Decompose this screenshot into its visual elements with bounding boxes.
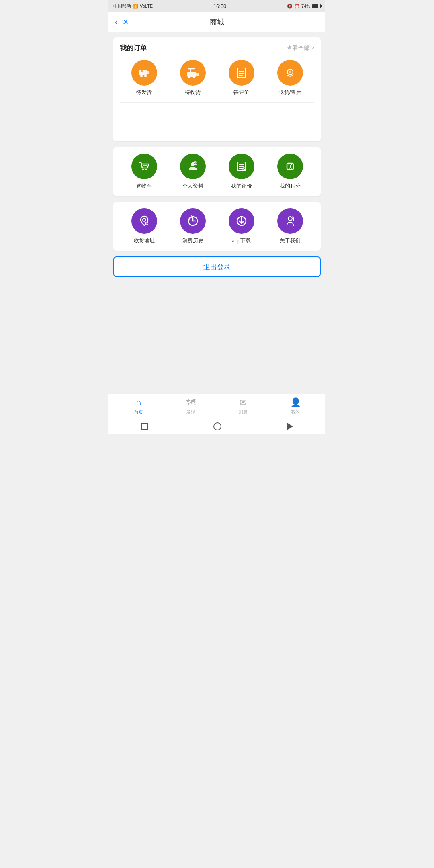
svg-point-5 <box>188 76 190 78</box>
address-label: 收货地址 <box>134 237 155 244</box>
alarm-icon: ⏰ <box>294 4 300 9</box>
svg-point-2 <box>144 75 147 77</box>
nav-bar: ‹ ✕ 商城 <box>108 12 326 32</box>
quick-cart[interactable]: 购物车 <box>120 154 168 190</box>
quick-profile[interactable]: 个人资料 <box>168 154 217 190</box>
review-label: 我的评价 <box>231 182 252 190</box>
discover-icon: 🗺 <box>186 397 195 408</box>
mute-icon: 🔕 <box>287 4 293 9</box>
app-download-label: app下载 <box>232 237 251 244</box>
services-grid: 收货地址 消费历史 <box>120 208 314 244</box>
android-back-button[interactable] <box>287 422 293 430</box>
profile-icon <box>180 154 206 179</box>
svg-point-12 <box>289 71 291 73</box>
order-item-pending-receive[interactable]: 待收货 <box>168 60 217 96</box>
svg-point-14 <box>145 169 147 170</box>
service-address[interactable]: 收货地址 <box>120 208 168 244</box>
svg-point-1 <box>140 75 143 77</box>
app-download-icon <box>229 208 254 234</box>
svg-point-13 <box>142 169 144 170</box>
status-right: 🔕 ⏰ 74% <box>287 4 321 9</box>
volte-text: VoLTE <box>140 4 153 8</box>
home-icon: ⌂ <box>136 397 141 408</box>
tab-home[interactable]: ⌂ 首页 <box>113 397 165 415</box>
orders-empty-area <box>120 103 314 135</box>
points-label: 我的积分 <box>280 182 301 190</box>
tab-bar: ⌂ 首页 🗺 发现 ✉ 消息 👤 我的 <box>108 394 326 418</box>
pending-receive-label: 待收货 <box>185 89 201 96</box>
profile-label: 个人资料 <box>182 182 203 190</box>
back-button[interactable]: ‹ <box>115 17 118 27</box>
view-all-button[interactable]: 查看全部 > <box>287 45 314 52</box>
mine-icon: 👤 <box>290 397 301 408</box>
close-button[interactable]: ✕ <box>123 18 129 27</box>
android-home-button[interactable] <box>213 422 221 430</box>
quick-access-card: 购物车 个人资料 <box>113 147 321 196</box>
android-square-button[interactable] <box>141 423 148 430</box>
svg-point-35 <box>293 220 294 221</box>
status-time: 16:50 <box>213 3 227 9</box>
tab-message[interactable]: ✉ 消息 <box>217 397 269 415</box>
quick-points[interactable]: 我的积分 <box>266 154 314 190</box>
quick-access-grid: 购物车 个人资料 <box>120 154 314 190</box>
return-icon <box>277 60 303 86</box>
logout-button[interactable]: 退出登录 <box>113 256 321 277</box>
pending-review-label: 待评价 <box>233 89 249 96</box>
tab-mine[interactable]: 👤 我的 <box>269 397 321 415</box>
quick-review[interactable]: 我的评价 <box>217 154 266 190</box>
home-label: 首页 <box>134 409 143 415</box>
orders-grid: 待发货 待收货 <box>120 60 314 96</box>
address-icon <box>131 208 157 234</box>
service-history[interactable]: 消费历史 <box>168 208 217 244</box>
wifi-icon: 📶 <box>133 4 138 9</box>
svg-rect-3 <box>187 72 196 77</box>
carrier-text: 中国移动 <box>113 3 131 9</box>
pending-review-icon <box>229 60 254 86</box>
history-label: 消费历史 <box>182 237 203 244</box>
mine-label: 我的 <box>291 409 300 415</box>
message-icon: ✉ <box>240 397 247 408</box>
history-icon <box>180 208 206 234</box>
return-label: 退货/售后 <box>279 89 301 96</box>
service-about-us[interactable]: 关于我们 <box>266 208 314 244</box>
orders-title: 我的订单 <box>120 43 147 53</box>
services-card: 收货地址 消费历史 <box>113 202 321 251</box>
battery-bar <box>312 4 321 8</box>
service-app-download[interactable]: app下载 <box>217 208 266 244</box>
svg-point-34 <box>288 217 292 221</box>
status-bar: 中国移动 📶 VoLTE 16:50 🔕 ⏰ 74% <box>108 0 326 12</box>
svg-point-6 <box>193 76 195 78</box>
status-left: 中国移动 📶 VoLTE <box>113 3 153 9</box>
pending-ship-label: 待发货 <box>136 89 152 96</box>
discover-label: 发现 <box>186 409 195 415</box>
battery-percent: 74% <box>301 4 310 8</box>
about-us-icon <box>277 208 303 234</box>
my-orders-card: 我的订单 查看全部 > 待发货 <box>113 37 321 141</box>
pending-ship-icon <box>131 60 157 86</box>
page-title: 商城 <box>210 17 224 27</box>
pending-receive-icon <box>180 60 206 86</box>
svg-point-26 <box>143 218 146 221</box>
cart-label: 购物车 <box>136 182 152 190</box>
order-item-pending-ship[interactable]: 待发货 <box>120 60 168 96</box>
main-content: 我的订单 查看全部 > 待发货 <box>108 32 326 394</box>
orders-header: 我的订单 查看全部 > <box>120 43 314 53</box>
order-item-pending-review[interactable]: 待评价 <box>217 60 266 96</box>
svg-rect-4 <box>196 73 199 76</box>
tab-discover[interactable]: 🗺 发现 <box>165 397 217 415</box>
cart-icon <box>131 154 157 179</box>
about-us-label: 关于我们 <box>280 237 301 244</box>
android-nav <box>108 418 326 434</box>
message-label: 消息 <box>239 409 248 415</box>
order-item-return[interactable]: 退货/售后 <box>266 60 314 96</box>
review-icon <box>229 154 254 179</box>
points-icon <box>277 154 303 179</box>
